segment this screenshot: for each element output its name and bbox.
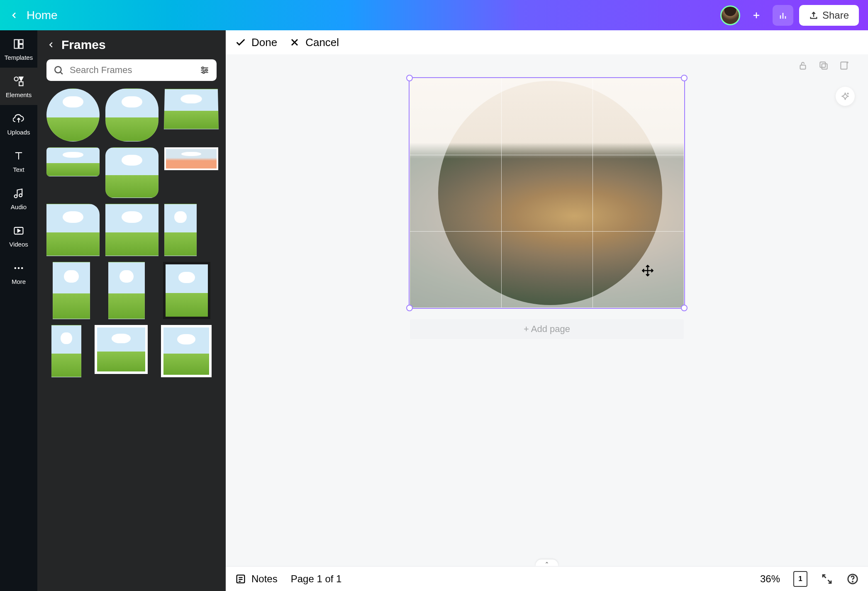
elements-icon: [12, 75, 25, 88]
panel-back-icon[interactable]: [46, 40, 56, 49]
add-member-button[interactable]: [746, 5, 767, 26]
panel-header: Frames: [37, 30, 226, 59]
svg-point-27: [205, 69, 207, 71]
analytics-button[interactable]: [773, 5, 793, 26]
svg-point-26: [202, 67, 204, 68]
svg-rect-34: [841, 62, 847, 69]
svg-rect-8: [19, 44, 23, 48]
rail-label: Videos: [9, 241, 28, 248]
frame-rect-small[interactable]: [46, 147, 100, 176]
done-label: Done: [251, 36, 277, 49]
bottom-bar: Notes Page 1 of 1 36% 1: [226, 566, 868, 591]
search-input[interactable]: [70, 65, 193, 76]
move-cursor-icon: [641, 264, 654, 277]
page-indicator[interactable]: Page 1 of 1: [291, 573, 342, 585]
svg-rect-7: [19, 39, 23, 43]
resize-handle-bl[interactable]: [406, 305, 413, 311]
done-button[interactable]: Done: [235, 36, 277, 49]
svg-rect-33: [820, 62, 825, 67]
filter-icon[interactable]: [199, 65, 210, 76]
svg-point-15: [19, 194, 22, 197]
add-page-button[interactable]: + Add page: [410, 319, 684, 339]
canvas-viewport[interactable]: + Add page: [226, 54, 868, 566]
rail-label: Audio: [11, 203, 27, 210]
frame-scallop[interactable]: [105, 88, 158, 142]
duplicate-icon[interactable]: [818, 60, 829, 71]
share-button[interactable]: Share: [799, 5, 859, 26]
rail-audio[interactable]: Audio: [0, 180, 37, 217]
frame-torn-1[interactable]: [105, 204, 158, 256]
resize-handle-tl[interactable]: [406, 75, 413, 81]
search-row: [37, 59, 226, 88]
rail-uploads[interactable]: Uploads: [0, 105, 37, 142]
page-count-button[interactable]: 1: [793, 571, 807, 587]
frames-grid[interactable]: [37, 88, 226, 591]
frame-polaroid-tall[interactable]: [161, 325, 212, 377]
upload-icon: [809, 11, 818, 20]
svg-rect-6: [15, 39, 18, 48]
frame-torn-4[interactable]: [108, 262, 145, 319]
lock-icon[interactable]: [797, 60, 808, 71]
rail-label: Text: [13, 166, 24, 173]
svg-point-21: [55, 66, 61, 73]
svg-rect-10: [19, 82, 23, 85]
frame-polaroid-wide[interactable]: [164, 147, 218, 170]
frame-corner-round[interactable]: [46, 204, 100, 256]
svg-marker-17: [18, 229, 20, 232]
close-icon: [289, 37, 300, 48]
new-page-icon[interactable]: [839, 60, 850, 71]
edit-bar: Done Cancel: [226, 30, 868, 54]
rail-label: Elements: [6, 91, 32, 98]
frame-rounded[interactable]: [105, 147, 158, 198]
videos-icon: [12, 224, 25, 237]
rail-templates[interactable]: Templates: [0, 30, 37, 68]
svg-line-22: [60, 72, 62, 74]
text-icon: [12, 149, 25, 163]
chevron-up-icon: [544, 561, 550, 565]
avatar[interactable]: [720, 5, 740, 25]
rail-label: Templates: [5, 54, 33, 61]
rail-videos[interactable]: Videos: [0, 217, 37, 254]
sparkle-icon: [840, 91, 851, 102]
design-page[interactable]: [410, 78, 684, 308]
uploads-icon: [12, 112, 25, 125]
frame-torn-2[interactable]: [164, 204, 197, 256]
rail-elements[interactable]: Elements: [0, 68, 37, 105]
cancel-button[interactable]: Cancel: [289, 36, 339, 49]
svg-point-14: [15, 195, 17, 198]
templates-icon: [12, 37, 25, 51]
frame-circle[interactable]: [46, 88, 100, 142]
left-rail: Templates Elements Uploads Text Audio Vi…: [0, 30, 37, 591]
ai-assist-button[interactable]: [836, 87, 855, 106]
help-icon[interactable]: [846, 573, 859, 585]
resize-handle-tr[interactable]: [681, 75, 688, 81]
svg-point-9: [15, 77, 18, 81]
zoom-level[interactable]: 36%: [760, 573, 780, 585]
header-right: Share: [720, 5, 859, 26]
fullscreen-icon[interactable]: [821, 573, 833, 585]
frame-torn-3[interactable]: [53, 262, 90, 319]
page-tools: [797, 60, 850, 71]
home-link[interactable]: Home: [27, 9, 58, 22]
search-box[interactable]: [46, 59, 217, 81]
notes-button[interactable]: Notes: [235, 573, 278, 585]
rail-more[interactable]: More: [0, 254, 37, 292]
rail-label: Uploads: [7, 129, 30, 136]
notes-icon: [235, 573, 246, 585]
frame-film[interactable]: [163, 262, 210, 319]
side-panel: Frames: [37, 30, 226, 591]
rail-text[interactable]: Text: [0, 142, 37, 180]
svg-point-18: [15, 267, 17, 269]
toggle-thumbnails-button[interactable]: [536, 559, 558, 566]
svg-point-20: [21, 267, 23, 269]
frame-trapezoid[interactable]: [164, 89, 219, 129]
more-icon: [12, 261, 25, 275]
svg-rect-32: [822, 64, 827, 69]
check-icon: [235, 37, 246, 48]
resize-handle-br[interactable]: [681, 305, 688, 311]
frame-polaroid-square[interactable]: [95, 325, 148, 374]
notes-label: Notes: [251, 573, 278, 585]
back-icon[interactable]: [9, 10, 19, 20]
share-label: Share: [822, 10, 849, 21]
frame-portrait[interactable]: [51, 325, 81, 377]
